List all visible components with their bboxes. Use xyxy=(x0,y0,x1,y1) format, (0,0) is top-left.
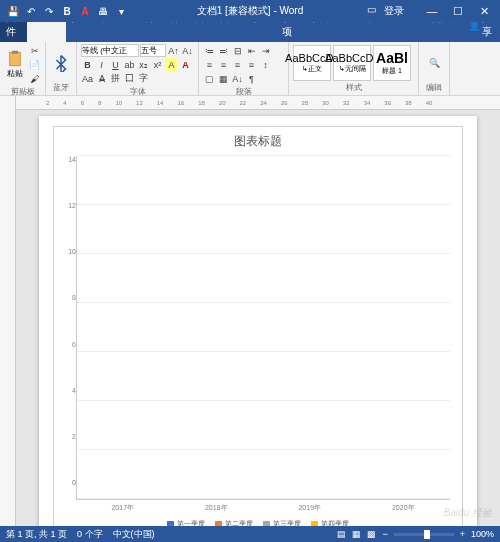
svg-rect-1 xyxy=(12,51,18,54)
chart-x-axis: 2017年2018年2019年2020年 xyxy=(54,500,462,513)
ribbon-group-paragraph: ≔ ≕ ⊟ ⇤ ⇥ ≡ ≡ ≡ ≡ ↕ ▢ ▦ A↓ ¶ 段落 xyxy=(199,42,289,95)
numbering-icon[interactable]: ≕ xyxy=(217,44,230,57)
status-lang[interactable]: 中文(中国) xyxy=(113,528,155,541)
find-icon[interactable]: 🔍 xyxy=(423,48,445,78)
ribbon-group-styles: AaBbCcDc↳正文AaBbCcDc↳无间隔AaBl标题 1 样式 xyxy=(289,42,419,95)
style-标题 1[interactable]: AaBl标题 1 xyxy=(373,45,411,81)
document-title: 文档1 [兼容模式] - Word xyxy=(197,4,304,18)
qat-more-icon[interactable]: ▾ xyxy=(114,4,128,18)
print-icon[interactable]: 🖶 xyxy=(96,4,110,18)
title-bar: 💾 ↶ ↷ B A 🖶 ▾ 文档1 [兼容模式] - Word ▭ 登录 — ☐… xyxy=(0,0,500,22)
strike-icon[interactable]: ab xyxy=(123,58,136,71)
chart-plot-area: 14121086420 xyxy=(54,152,462,500)
bullets-icon[interactable]: ≔ xyxy=(203,44,216,57)
clear-format-icon[interactable]: A̶ xyxy=(95,72,108,85)
justify-icon[interactable]: ≡ xyxy=(245,58,258,71)
workspace: 246810121416182022242628303234363840 图表标… xyxy=(0,96,500,526)
line-spacing-icon[interactable]: ↕ xyxy=(259,58,272,71)
cut-icon[interactable]: ✂ xyxy=(28,44,41,57)
paste-button[interactable]: 粘贴 xyxy=(4,50,26,80)
styles-group-label: 样式 xyxy=(293,81,414,93)
status-page[interactable]: 第 1 页, 共 1 页 xyxy=(6,528,67,541)
save-icon[interactable]: 💾 xyxy=(6,4,20,18)
sup-icon[interactable]: x² xyxy=(151,58,164,71)
legend-第一季度[interactable]: 第一季度 xyxy=(167,519,205,526)
format-painter-icon[interactable]: 🖌 xyxy=(28,72,41,85)
ribbon-group-clipboard: 粘贴 ✂ 📄 🖌 剪贴板 xyxy=(0,42,46,95)
svg-rect-0 xyxy=(10,52,21,66)
close-button[interactable]: ✕ xyxy=(474,5,494,18)
highlight-icon[interactable]: A xyxy=(165,58,178,71)
status-words[interactable]: 0 个字 xyxy=(77,528,103,541)
ribbon-tabs: 文件 Home插入设计布局引用邮件审阅视图开发工具加载项PDF工具集特色功能福昕… xyxy=(0,22,500,42)
inc-indent-icon[interactable]: ⇥ xyxy=(259,44,272,57)
bold-icon[interactable]: B xyxy=(81,58,94,71)
chart-object[interactable]: 图表标题 14121086420 2017年2018年2019年2020年 第一… xyxy=(53,126,463,526)
copy-icon[interactable]: 📄 xyxy=(28,58,41,71)
view-read-icon[interactable]: ▤ xyxy=(337,529,346,539)
xtick: 2020年 xyxy=(392,503,415,513)
italic-icon[interactable]: I xyxy=(95,58,108,71)
font-size-input[interactable] xyxy=(140,44,166,57)
shrink-font-icon[interactable]: A↓ xyxy=(181,44,194,57)
align-left-icon[interactable]: ≡ xyxy=(203,58,216,71)
dec-indent-icon[interactable]: ⇤ xyxy=(245,44,258,57)
minimize-button[interactable]: — xyxy=(422,5,442,18)
undo-icon[interactable]: ↶ xyxy=(24,4,38,18)
bluetooth-group-label: 蓝牙 xyxy=(50,81,72,93)
chart-title[interactable]: 图表标题 xyxy=(54,127,462,152)
page[interactable]: 图表标题 14121086420 2017年2018年2019年2020年 第一… xyxy=(39,116,477,526)
xtick: 2018年 xyxy=(205,503,228,513)
chart-y-axis: 14121086420 xyxy=(58,156,76,500)
status-bar: 第 1 页, 共 1 页 0 个字 中文(中国) ▤ ▦ ▩ − + 100% xyxy=(0,526,500,542)
view-web-icon[interactable]: ▩ xyxy=(367,529,376,539)
grow-font-icon[interactable]: A↑ xyxy=(167,44,180,57)
vertical-ruler[interactable] xyxy=(0,96,16,526)
ribbon-group-bluetooth: 蓝牙 xyxy=(46,42,77,95)
watermark: Baidu 经验 xyxy=(444,506,492,520)
ribbon-group-font: A↑ A↓ B I U ab x₂ x² A A Aa A̶ 拼 囗 字 字体 xyxy=(77,42,199,95)
font-color-icon[interactable]: A xyxy=(179,58,192,71)
page-scroll[interactable]: 图表标题 14121086420 2017年2018年2019年2020年 第一… xyxy=(16,110,500,526)
chart-bars-area xyxy=(76,156,450,500)
font-color-qat-icon[interactable]: A xyxy=(78,4,92,18)
quick-access-toolbar: 💾 ↶ ↷ B A 🖶 ▾ xyxy=(0,4,134,18)
chart-legend[interactable]: 第一季度第二季度第三季度第四季度 xyxy=(54,513,462,526)
enclose-icon[interactable]: 字 xyxy=(137,72,150,85)
account-link[interactable]: 登录 xyxy=(384,4,404,18)
align-right-icon[interactable]: ≡ xyxy=(231,58,244,71)
style-↳无间隔[interactable]: AaBbCcDc↳无间隔 xyxy=(333,45,371,81)
sub-icon[interactable]: x₂ xyxy=(137,58,150,71)
char-border-icon[interactable]: 囗 xyxy=(123,72,136,85)
editing-group-label: 编辑 xyxy=(423,81,445,93)
legend-第三季度[interactable]: 第三季度 xyxy=(263,519,301,526)
underline-icon[interactable]: U xyxy=(109,58,122,71)
multilevel-icon[interactable]: ⊟ xyxy=(231,44,244,57)
horizontal-ruler[interactable]: 246810121416182022242628303234363840 xyxy=(16,96,500,110)
zoom-value[interactable]: 100% xyxy=(471,529,494,539)
borders-icon[interactable]: ▦ xyxy=(217,72,230,85)
shading-icon[interactable]: ▢ xyxy=(203,72,216,85)
phonetic-icon[interactable]: 拼 xyxy=(109,72,122,85)
zoom-out-icon[interactable]: − xyxy=(382,529,387,539)
zoom-in-icon[interactable]: + xyxy=(460,529,465,539)
bluetooth-icon[interactable] xyxy=(50,48,72,78)
redo-icon[interactable]: ↷ xyxy=(42,4,56,18)
show-marks-icon[interactable]: ¶ xyxy=(245,72,258,85)
xtick: 2019年 xyxy=(298,503,321,513)
view-print-icon[interactable]: ▦ xyxy=(352,529,361,539)
text-effects-icon[interactable]: Aa xyxy=(81,72,94,85)
ribbon-group-editing: 🔍 编辑 xyxy=(419,42,450,95)
sort-icon[interactable]: A↓ xyxy=(231,72,244,85)
align-center-icon[interactable]: ≡ xyxy=(217,58,230,71)
legend-第二季度[interactable]: 第二季度 xyxy=(215,519,253,526)
chart-bars xyxy=(77,156,450,499)
font-name-input[interactable] xyxy=(81,44,139,57)
ribbon-options-icon[interactable]: ▭ xyxy=(367,4,376,18)
zoom-slider[interactable] xyxy=(394,533,454,536)
bold-qat-icon[interactable]: B xyxy=(60,4,74,18)
maximize-button[interactable]: ☐ xyxy=(448,5,468,18)
legend-第四季度[interactable]: 第四季度 xyxy=(311,519,349,526)
ribbon: 粘贴 ✂ 📄 🖌 剪贴板 蓝牙 A↑ A↓ B I U ab xyxy=(0,42,500,96)
paste-label: 粘贴 xyxy=(7,68,23,79)
